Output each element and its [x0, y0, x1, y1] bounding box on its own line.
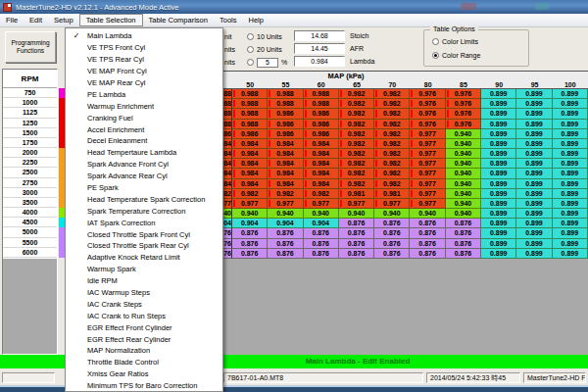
table-cell[interactable]: 0.899: [481, 139, 516, 149]
lambda-field[interactable]: 0.984: [294, 56, 345, 67]
table-cell[interactable]: 0.982: [374, 99, 410, 109]
map-column-header-95[interactable]: 95: [516, 80, 552, 89]
table-cell[interactable]: 0.899: [516, 139, 552, 149]
table-cell[interactable]: 0.876: [374, 219, 410, 228]
table-cell[interactable]: 0.984: [232, 159, 268, 169]
table-cell[interactable]: 0.977: [410, 179, 445, 189]
table-cell[interactable]: 0.876: [232, 239, 268, 249]
table-cell[interactable]: 0.977: [410, 159, 445, 169]
table-cell[interactable]: 0.986: [268, 120, 303, 129]
table-cell[interactable]: 0.876: [446, 249, 481, 259]
table-cell[interactable]: 0.982: [339, 129, 374, 139]
dropdown-item-map-normalization[interactable]: MAP Normalization: [66, 345, 222, 357]
table-cell[interactable]: 0.982: [268, 189, 303, 199]
table-cell[interactable]: 0.899: [481, 219, 516, 228]
table-cell[interactable]: 0.899: [481, 189, 516, 199]
map-column-header-100[interactable]: 100: [553, 80, 588, 89]
dropdown-item-head-tempertaure-lambda[interactable]: Head Tempertaure Lambda: [66, 147, 222, 159]
table-cell[interactable]: 0.984: [304, 139, 339, 149]
table-cell[interactable]: 0.876: [446, 219, 481, 228]
rpm-row-2500[interactable]: 2500: [3, 168, 57, 177]
table-cell[interactable]: 0.899: [553, 89, 588, 99]
table-cell[interactable]: 0.899: [516, 228, 552, 238]
map-column-header-85[interactable]: 85: [446, 80, 481, 89]
table-cell[interactable]: 0.988: [232, 89, 268, 99]
dropdown-item-adaptive-knock-retard-limit[interactable]: Adaptive Knock Retard Limit: [66, 252, 222, 264]
map-column-header-70[interactable]: 70: [374, 80, 410, 89]
table-cell[interactable]: 0.899: [481, 209, 516, 219]
table-cell[interactable]: 0.876: [446, 228, 481, 238]
dropdown-item-spark-temperature-correction[interactable]: Spark Temperature Correction: [66, 205, 222, 217]
table-cell[interactable]: 0.940: [446, 179, 481, 189]
table-cell[interactable]: 0.982: [374, 169, 410, 178]
table-cell[interactable]: 0.876: [339, 239, 374, 249]
rpm-row-1750[interactable]: 1750: [3, 138, 57, 148]
table-cell[interactable]: 0.876: [374, 239, 410, 249]
rpm-row-4500[interactable]: 4500: [3, 218, 57, 227]
table-cell[interactable]: 0.899: [553, 109, 588, 119]
table-cell-partial[interactable]: 0.988: [223, 89, 232, 99]
table-cell[interactable]: 0.940: [446, 209, 481, 219]
dropdown-item-ve-map-front-cyl[interactable]: VE MAP Front Cyl: [66, 66, 222, 77]
rpm-row-5500[interactable]: 5500: [3, 238, 57, 248]
table-cell[interactable]: 0.899: [516, 149, 552, 159]
menu-help[interactable]: Help: [242, 14, 269, 26]
table-cell[interactable]: 0.976: [410, 99, 445, 109]
table-cell[interactable]: 0.977: [410, 139, 445, 149]
table-cell[interactable]: 0.976: [410, 109, 445, 119]
table-cell[interactable]: 0.986: [304, 129, 339, 139]
table-cell[interactable]: 0.899: [481, 239, 516, 249]
table-cell[interactable]: 0.899: [553, 199, 588, 209]
table-cell[interactable]: 0.899: [553, 159, 588, 169]
map-column-header-65[interactable]: 65: [339, 80, 374, 89]
dropdown-item-egr-effect-rear-cylinder[interactable]: EGR Effect Rear Cylinder: [66, 333, 222, 345]
table-cell[interactable]: 0.940: [410, 209, 445, 219]
table-cell-partial[interactable]: 0.940: [223, 209, 232, 219]
dropdown-item-accel-enrichment[interactable]: Accel Enrichment: [66, 123, 222, 135]
table-cell[interactable]: 0.876: [374, 228, 410, 238]
dropdown-item-idle-rpm[interactable]: Idle RPM: [66, 275, 222, 287]
map-column-header-50[interactable]: 50: [232, 80, 268, 89]
table-cell[interactable]: 0.876: [339, 219, 374, 228]
menu-file[interactable]: File: [0, 14, 24, 26]
table-cell[interactable]: 0.940: [446, 149, 481, 159]
table-cell-partial[interactable]: 0.984: [223, 159, 232, 169]
table-cell[interactable]: 0.976: [446, 109, 481, 119]
table-cell[interactable]: 0.977: [410, 129, 445, 139]
table-cell[interactable]: 0.988: [232, 120, 268, 129]
table-cell-partial[interactable]: 0.984: [223, 149, 232, 159]
table-cell[interactable]: 0.876: [374, 249, 410, 259]
table-cell[interactable]: 0.981: [339, 189, 374, 199]
table-cell[interactable]: 0.899: [516, 89, 552, 99]
table-cell[interactable]: 0.899: [516, 219, 552, 228]
rpm-row-1500[interactable]: 1500: [3, 128, 57, 138]
stoich-field[interactable]: 14.68: [294, 30, 345, 41]
table-cell[interactable]: 0.899: [481, 109, 516, 119]
rpm-row-5000[interactable]: 5000: [3, 227, 57, 237]
table-cell[interactable]: 0.899: [481, 99, 516, 109]
rpm-row-4000[interactable]: 4000: [3, 208, 57, 218]
table-cell[interactable]: 0.982: [339, 159, 374, 169]
table-cell[interactable]: 0.982: [339, 169, 374, 178]
table-cell[interactable]: 0.876: [268, 228, 303, 238]
dropdown-item-ve-map-rear-cyl[interactable]: VE MAP Rear Cyl: [66, 77, 222, 89]
table-cell-partial[interactable]: 0.984: [223, 179, 232, 189]
table-cell[interactable]: 0.899: [516, 209, 552, 219]
table-cell[interactable]: 0.986: [232, 129, 268, 139]
table-cell[interactable]: 0.988: [268, 89, 303, 99]
table-cell[interactable]: 0.899: [553, 228, 588, 238]
menu-setup[interactable]: Setup: [48, 14, 79, 26]
table-cell[interactable]: 0.977: [268, 199, 303, 209]
table-cell[interactable]: 0.899: [553, 99, 588, 109]
table-cell[interactable]: 0.977: [339, 199, 374, 209]
table-cell[interactable]: 0.899: [481, 228, 516, 238]
table-cell[interactable]: 0.976: [446, 120, 481, 129]
programming-functions-button[interactable]: Programming Functions: [5, 31, 56, 63]
table-cell[interactable]: 0.982: [304, 189, 339, 199]
table-cell[interactable]: 0.899: [553, 129, 588, 139]
map-column-header-80[interactable]: 80: [410, 80, 445, 89]
table-cell[interactable]: 0.940: [304, 209, 339, 219]
table-cell[interactable]: 0.988: [304, 89, 339, 99]
table-cell[interactable]: 0.982: [339, 139, 374, 149]
table-cell-partial[interactable]: 0.982: [223, 189, 232, 199]
